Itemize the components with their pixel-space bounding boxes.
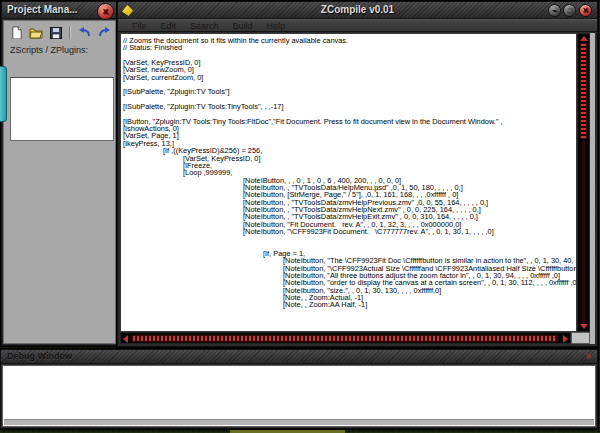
maximize-icon[interactable]: □ [563, 4, 576, 17]
undo-icon [78, 27, 91, 38]
save-button[interactable] [48, 25, 65, 40]
scroll-up-icon[interactable] [580, 36, 588, 41]
vertical-scrollbar[interactable] [577, 33, 590, 332]
open-button[interactable] [28, 25, 45, 40]
debug-window-title: Debug Window [7, 351, 72, 361]
scrollbar-corner [571, 332, 590, 344]
save-icon [50, 27, 62, 39]
close-glyph: × [583, 5, 588, 15]
close-icon[interactable]: × [584, 352, 593, 361]
scroll-down-icon[interactable] [580, 324, 588, 329]
new-document-button[interactable] [8, 25, 25, 40]
debug-window: Debug Window × [0, 349, 598, 429]
project-manager-window: Project Mana... × [1, 1, 118, 346]
zscripts-zplugins-label: ZScripts / ZPlugins: [4, 42, 115, 57]
zcompile-titlebar[interactable]: ZCompile v0.01 − □ × [118, 2, 597, 19]
horizontal-scrollbar[interactable] [120, 332, 571, 344]
zscript-diamond-icon [122, 5, 133, 16]
open-folder-icon [29, 27, 43, 39]
close-glyph: × [103, 6, 109, 17]
menu-file[interactable]: File [132, 20, 147, 32]
close-icon[interactable]: × [579, 4, 592, 17]
undo-button[interactable] [76, 25, 93, 40]
redo-icon [98, 27, 111, 38]
vertical-scroll-thumb[interactable] [580, 43, 587, 139]
window-right-gutter [590, 33, 595, 344]
menu-help[interactable]: Help [267, 20, 286, 32]
debug-horizontal-scrollbar[interactable] [4, 419, 594, 425]
zscripts-list-box[interactable] [10, 77, 114, 141]
minimize-glyph: − [552, 6, 557, 15]
code-editor[interactable]: // Zooms the document so it fits within … [120, 33, 577, 332]
menu-build[interactable]: Build [233, 20, 253, 32]
editor-region: // Zooms the document so it fits within … [120, 33, 595, 344]
debug-output-area[interactable] [2, 365, 596, 427]
new-document-icon [10, 26, 23, 39]
scroll-left-icon[interactable] [123, 335, 128, 343]
close-glyph: × [586, 351, 591, 361]
menu-search[interactable]: Search [190, 20, 219, 32]
minimize-icon[interactable]: − [548, 4, 561, 17]
scroll-right-icon[interactable] [563, 335, 568, 343]
vertical-scroll-track-line [582, 141, 585, 321]
project-manager-title: Project Mana... [7, 4, 78, 15]
project-manager-titlebar[interactable]: Project Mana... × [2, 2, 117, 19]
close-icon[interactable]: × [97, 3, 114, 20]
maximize-glyph: □ [567, 7, 571, 14]
debug-titlebar[interactable]: Debug Window × [1, 350, 597, 364]
project-manager-body: ZScripts / ZPlugins: [3, 20, 116, 344]
redo-button[interactable] [96, 25, 113, 40]
zcompile-window: ZCompile v0.01 − □ × File Edit Search Bu… [117, 1, 598, 347]
menubar: File Edit Search Build Help [118, 19, 597, 32]
menu-edit[interactable]: Edit [161, 20, 177, 32]
toolbar-separator [69, 26, 71, 39]
project-toolbar [4, 21, 115, 42]
zcompile-title: ZCompile v0.01 [321, 4, 394, 15]
horizontal-scroll-thumb[interactable] [132, 335, 558, 342]
collapsed-panel-handle[interactable] [0, 66, 7, 122]
